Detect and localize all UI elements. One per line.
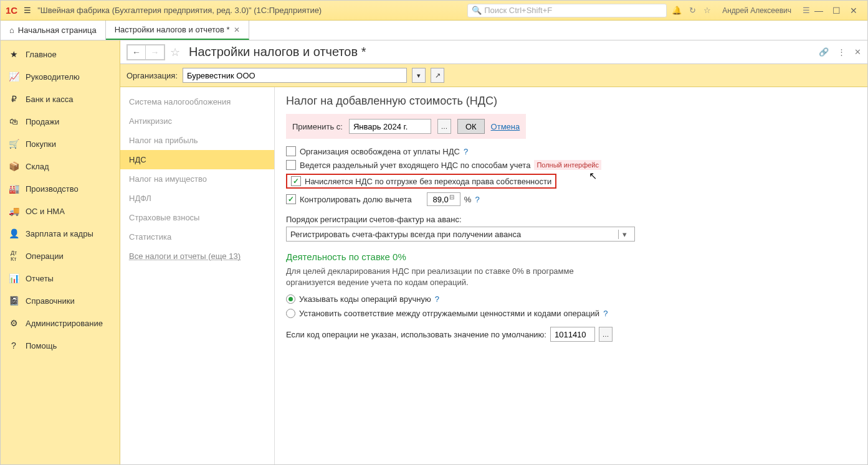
organization-input[interactable]: [183, 68, 407, 83]
bag-icon: 🛍: [8, 116, 19, 127]
org-dropdown-button[interactable]: ▾: [412, 68, 426, 83]
apply-from-input[interactable]: [349, 119, 431, 134]
panel-heading: Налог на добавленную стоимость (НДС): [286, 95, 856, 108]
cancel-link[interactable]: Отмена: [491, 122, 520, 131]
nav-operations[interactable]: ДтКтОперации: [1, 245, 120, 267]
chk-vat-on-shipment-label: Начисляется НДС по отгрузке без перехода…: [305, 177, 551, 186]
help-icon[interactable]: ?: [603, 309, 608, 318]
nav-payroll[interactable]: 👤Зарплата и кадры: [1, 222, 120, 245]
section-insurance[interactable]: Страховые взносы: [120, 208, 274, 227]
org-open-button[interactable]: ↗: [431, 68, 444, 83]
radio-codes-manual[interactable]: [286, 294, 295, 304]
gear-icon: ⚙: [8, 317, 19, 329]
chk-vat-exempt-label: Организация освобождена от уплаты НДС: [300, 147, 460, 156]
link-icon[interactable]: 🔗: [819, 47, 829, 57]
stepper-icon[interactable]: ⊟: [449, 194, 459, 205]
apply-from-picker-button[interactable]: …: [437, 119, 451, 134]
tab-tax-settings[interactable]: Настройки налогов и отчетов * ✕: [106, 21, 249, 40]
search-placeholder: Поиск Ctrl+Shift+F: [484, 6, 552, 15]
home-icon: ⌂: [9, 26, 14, 35]
book-icon: 📓: [8, 295, 19, 306]
truck-icon: 🚚: [8, 205, 19, 217]
bell-icon[interactable]: 🔔: [672, 6, 682, 15]
section-ndfl[interactable]: НДФЛ: [120, 189, 274, 208]
nav-bank[interactable]: ₽Банк и касса: [1, 88, 120, 110]
nav-reports[interactable]: 📊Отчеты: [1, 267, 120, 289]
help-icon[interactable]: ?: [464, 147, 468, 156]
star-filled-icon: ★: [8, 49, 19, 60]
search-icon: 🔍: [472, 6, 482, 15]
close-tab-icon[interactable]: ✕: [234, 26, 240, 34]
nav-manager[interactable]: 📈Руководителю: [1, 65, 120, 88]
factory-icon: 🏭: [8, 183, 19, 194]
chk-control-deduction-label: Контролировать долю вычета: [300, 195, 412, 204]
percent-label: %: [464, 195, 472, 204]
close-page-icon[interactable]: ✕: [854, 47, 861, 57]
tab-home[interactable]: ⌂ Начальная страница: [1, 21, 106, 40]
app-title: "Швейная фабрика (Бухгалтерия предприяти…: [37, 6, 322, 15]
nav-admin[interactable]: ⚙Администрирование: [1, 312, 120, 334]
global-search[interactable]: 🔍 Поиск Ctrl+Shift+F: [467, 4, 667, 17]
menu-icon[interactable]: ☰: [24, 6, 31, 15]
more-icon[interactable]: ⋮: [837, 47, 846, 57]
section-statistics[interactable]: Статистика: [120, 227, 274, 247]
maximize-button[interactable]: ☐: [827, 6, 845, 16]
full-interface-badge: Полный интерфейс: [534, 160, 601, 170]
invoice-order-value: Регистрировать счета-фактуры всегда при …: [290, 230, 521, 239]
user-name[interactable]: Андрей Алексеевич: [722, 6, 791, 15]
chk-vat-exempt[interactable]: [286, 146, 296, 156]
section-all-taxes-link[interactable]: Все налоги и отчеты (еще 13): [120, 247, 274, 266]
vat-panel: Налог на добавленную стоимость (НДС) При…: [275, 87, 867, 464]
radio-codes-mapping-label: Установить соответствие между отгружаемы…: [299, 309, 599, 318]
history-icon[interactable]: ↻: [689, 6, 696, 15]
radio-codes-manual-label: Указывать коды операций вручную: [299, 294, 431, 304]
help-icon[interactable]: ?: [435, 294, 439, 304]
box-icon: 📦: [8, 161, 19, 172]
default-code-input[interactable]: [550, 327, 595, 342]
page-toolbar: ← → ☆ Настройки налогов и отчетов * 🔗 ⋮ …: [120, 40, 867, 64]
zero-rate-description: Для целей декларирования НДС при реализа…: [286, 266, 622, 288]
chevron-down-icon: ▾: [618, 230, 631, 239]
default-code-picker-button[interactable]: …: [599, 327, 613, 342]
star-icon[interactable]: ☆: [703, 6, 711, 15]
favorite-icon[interactable]: ☆: [170, 45, 180, 59]
logo-1c: 1С: [6, 5, 17, 16]
title-bar: 1С ☰ "Швейная фабрика (Бухгалтерия предп…: [1, 1, 867, 21]
apply-from-row: Применить с: … ОК Отмена: [286, 114, 526, 139]
nav-warehouse[interactable]: 📦Склад: [1, 155, 120, 177]
minimize-button[interactable]: —: [810, 6, 827, 16]
nav-catalogs[interactable]: 📓Справочники: [1, 289, 120, 312]
section-profit-tax[interactable]: Налог на прибыль: [120, 131, 274, 150]
nav-help[interactable]: ?Помощь: [1, 334, 120, 357]
person-icon: 👤: [8, 228, 19, 239]
nav-purchases[interactable]: 🛒Покупки: [1, 133, 120, 155]
invoice-order-label: Порядок регистрации счетов-фактур на ава…: [286, 215, 856, 224]
section-anticrisis[interactable]: Антикризис: [120, 111, 274, 131]
nav-main[interactable]: ★Главное: [1, 43, 120, 65]
close-button[interactable]: ✕: [845, 6, 862, 16]
tab-home-label: Начальная страница: [18, 26, 97, 35]
settings-sections: Система налогообложения Антикризис Налог…: [120, 87, 275, 464]
chk-control-deduction[interactable]: [286, 194, 296, 204]
invoice-order-select[interactable]: Регистрировать счета-фактуры всегда при …: [286, 227, 635, 242]
document-tabs: ⌂ Начальная страница Настройки налогов и…: [1, 21, 867, 40]
nav-sales[interactable]: 🛍Продажи: [1, 110, 120, 133]
help-icon[interactable]: ?: [475, 195, 479, 204]
back-button[interactable]: ←: [127, 45, 146, 60]
dt-kt-icon: ДтКт: [8, 250, 19, 261]
nav-production[interactable]: 🏭Производство: [1, 177, 120, 200]
forward-button[interactable]: →: [146, 45, 165, 60]
chk-separate-accounting[interactable]: [286, 160, 296, 170]
section-tax-system[interactable]: Система налогообложения: [120, 92, 274, 111]
section-property-tax[interactable]: Налог на имущество: [120, 169, 274, 189]
org-label: Организация:: [126, 71, 178, 80]
ruble-icon: ₽: [8, 93, 19, 105]
ok-button[interactable]: ОК: [457, 119, 485, 134]
chk-vat-on-shipment[interactable]: [291, 176, 301, 186]
chk-separate-label: Ведется раздельный учет входящего НДС по…: [300, 161, 530, 170]
section-vat[interactable]: НДС: [120, 150, 274, 169]
nav-fixed-assets[interactable]: 🚚ОС и НМА: [1, 200, 120, 222]
radio-codes-mapping[interactable]: [286, 309, 295, 318]
settings-icon[interactable]: ☰: [803, 6, 810, 15]
cart-icon: 🛒: [8, 138, 19, 149]
